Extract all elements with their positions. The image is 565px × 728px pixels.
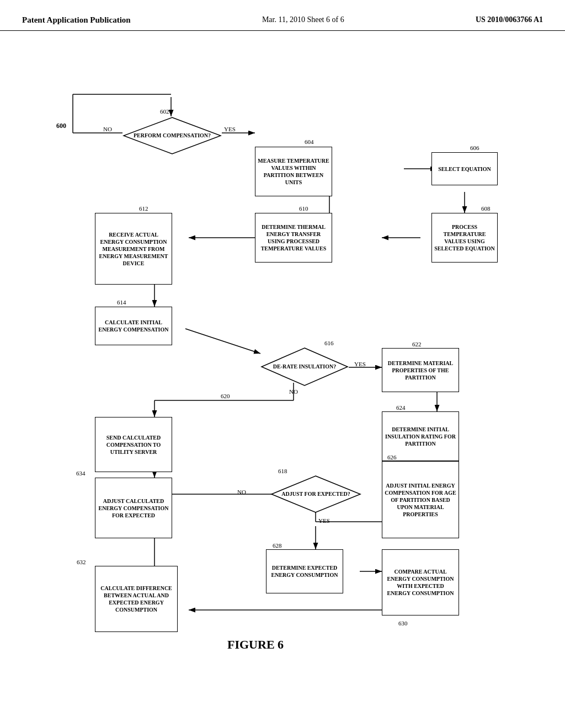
label-606: 606	[470, 144, 479, 151]
box-receive-actual: RECEIVE ACTUAL ENERGY CONSUMPTION MEASUR…	[95, 213, 172, 285]
box-determine-expected: DETERMINE EXPECTED ENERGY CONSUMPTION	[266, 549, 343, 593]
box-calc-initial: CALCULATE INITIAL ENERGY COMPENSATION	[95, 307, 172, 345]
box-adjust-initial: ADJUST INITIAL ENERGY COMPENSATION FOR A…	[382, 461, 459, 538]
label-620: 620	[221, 393, 230, 399]
box-send-calculated: SEND CALCULATED COMPENSATION TO UTILITY …	[95, 417, 172, 472]
diamond-adjust-label: ADJUST FOR EXPECTED?	[276, 489, 355, 500]
label-628: 628	[273, 542, 282, 549]
no-label-618: NO	[237, 489, 246, 495]
label-614: 614	[117, 299, 126, 306]
label-612: 612	[139, 205, 148, 212]
label-634: 634	[76, 470, 86, 477]
header-publication: Patent Application Publication	[22, 15, 131, 25]
diamond-adjust-expected: ADJUST FOR EXPECTED?	[270, 475, 361, 513]
box-compare-actual: COMPARE ACTUAL ENERGY CONSUMPTION WITH E…	[382, 549, 459, 615]
header-patent-number: US 2010/0063766 A1	[476, 15, 543, 24]
box-process-temperature: PROCESS TEMPERATURE VALUES USING SELECTE…	[431, 213, 498, 263]
yes-label-618: YES	[318, 517, 330, 524]
page-header: Patent Application Publication Mar. 11, …	[0, 0, 565, 31]
svg-line-11	[185, 329, 260, 354]
label-604: 604	[305, 138, 314, 145]
label-624: 624	[396, 404, 406, 411]
no-label-616: NO	[289, 388, 298, 395]
label-626: 626	[387, 454, 397, 461]
yes-label-602: YES	[224, 126, 236, 132]
box-adjust-calculated: ADJUST CALCULATED ENERGY COMPENSATION FO…	[95, 478, 172, 538]
diamond-de-rate-label: DE-RATE INSULATION?	[268, 361, 342, 372]
no-label-602: NO	[103, 126, 112, 132]
box-determine-thermal: DETERMINE THERMAL ENERGY TRANSFER USING …	[255, 213, 332, 263]
label-610: 610	[299, 205, 308, 212]
diamond-perform-compensation: PERFORM COMPENSATION?	[122, 116, 222, 155]
header-date-sheet: Mar. 11, 2010 Sheet 6 of 6	[262, 15, 344, 24]
box-calc-difference: CALCULATE DIFFERENCE BETWEEN ACTUAL AND …	[95, 566, 178, 632]
label-608: 608	[481, 205, 491, 212]
box-measure-temperature: MEASURE TEMPERATURE VALUES WITHIN PARTIT…	[255, 147, 332, 196]
figure-label: FIGURE 6	[227, 638, 284, 652]
label-618: 618	[278, 468, 287, 474]
label-600: 600	[56, 122, 66, 130]
diamond-de-rate: DE-RATE INSULATION?	[260, 347, 349, 387]
label-632: 632	[77, 559, 86, 565]
box-determine-material: DETERMINE MATERIAL PROPERTIES OF THE PAR…	[382, 348, 459, 392]
label-616: 616	[324, 340, 334, 346]
diamond-perform-label: PERFORM COMPENSATION?	[128, 130, 216, 141]
yes-label-616: YES	[354, 361, 366, 367]
label-602: 602	[160, 108, 169, 115]
label-622: 622	[412, 341, 422, 347]
label-630: 630	[398, 620, 408, 627]
box-select-equation: SELECT EQUATION	[431, 152, 498, 185]
flowchart-diagram: 600 PERFORM COMPENSATION? 602 YES NO MEA…	[18, 42, 547, 649]
